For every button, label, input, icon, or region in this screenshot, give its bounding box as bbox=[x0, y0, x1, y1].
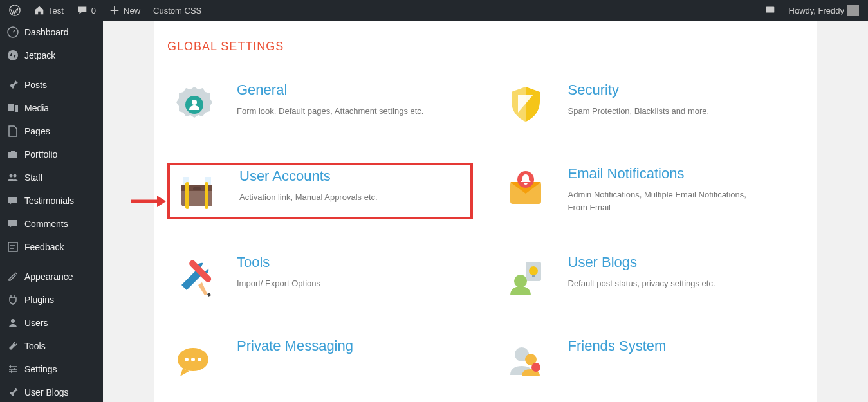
sidebar-label: Users bbox=[24, 318, 48, 328]
svg-rect-17 bbox=[185, 182, 189, 209]
sidebar-item-feedback[interactable]: Feedback bbox=[0, 235, 103, 259]
card-private-messaging[interactable]: Private Messaging bbox=[167, 335, 473, 387]
feedback-icon bbox=[6, 241, 19, 253]
sidebar-label: Media bbox=[24, 103, 49, 113]
settings-icon bbox=[6, 363, 19, 376]
svg-rect-19 bbox=[193, 187, 201, 190]
card-desc: Activation link, Manual Approvals etc. bbox=[239, 191, 378, 204]
comments-link[interactable]: 0 bbox=[73, 5, 100, 16]
card-user-blogs[interactable]: User Blogs Default post status, privacy … bbox=[499, 251, 804, 303]
sidebar-label: Settings bbox=[24, 364, 57, 374]
chat-icon bbox=[171, 338, 217, 384]
svg-point-26 bbox=[514, 275, 527, 288]
svg-point-33 bbox=[531, 363, 540, 372]
site-link[interactable]: Test bbox=[30, 5, 68, 16]
sidebar-label: Appearance bbox=[24, 271, 73, 282]
card-title: Friends System bbox=[568, 338, 667, 354]
mail-bell-icon bbox=[503, 165, 549, 212]
jetpack-icon bbox=[6, 49, 19, 62]
sidebar-item-posts[interactable]: Posts bbox=[0, 73, 103, 96]
sidebar-label: Dashboard bbox=[24, 27, 69, 37]
svg-point-24 bbox=[529, 266, 538, 275]
sidebar-item-settings[interactable]: Settings bbox=[0, 358, 103, 381]
sidebar-label: Staff bbox=[24, 172, 43, 183]
comment-icon bbox=[77, 5, 88, 16]
page-title: GLOBAL SETTINGS bbox=[167, 40, 804, 53]
card-friends-system[interactable]: Friends System bbox=[499, 335, 804, 387]
svg-rect-18 bbox=[205, 182, 208, 209]
sidebar-label: User Blogs bbox=[24, 387, 68, 397]
portfolio-icon bbox=[6, 148, 19, 161]
sidebar-item-testimonials[interactable]: Testimonials bbox=[0, 189, 103, 212]
card-title: Tools bbox=[237, 254, 320, 271]
howdy-text: Howdy, Freddy bbox=[789, 6, 844, 15]
gear-icon bbox=[171, 82, 217, 128]
card-desc: Admin Notifications, Multiple Email Noti… bbox=[568, 188, 761, 214]
sidebar-item-tools[interactable]: Tools bbox=[0, 334, 103, 358]
plus-icon bbox=[109, 5, 120, 16]
sidebar-label: Jetpack bbox=[24, 50, 55, 60]
sidebar-item-portfolio[interactable]: Portfolio bbox=[0, 143, 103, 166]
briefcase-icon bbox=[174, 168, 220, 214]
sidebar-item-userblogs[interactable]: User Blogs bbox=[0, 381, 103, 402]
sidebar-item-users[interactable]: Users bbox=[0, 311, 103, 334]
page-icon bbox=[6, 125, 19, 138]
card-title: Email Notifications bbox=[568, 165, 761, 182]
sidebar-label: Feedback bbox=[24, 242, 64, 252]
friends-icon bbox=[503, 338, 549, 384]
admin-bar: Test 0 New Custom CSS Howdy, Freddy bbox=[0, 0, 868, 21]
comments-icon bbox=[6, 217, 19, 230]
pin-icon bbox=[6, 386, 19, 399]
sidebar-item-pages[interactable]: Pages bbox=[0, 120, 103, 143]
groups-icon bbox=[6, 171, 19, 184]
wp-logo[interactable] bbox=[5, 5, 24, 16]
notifications[interactable] bbox=[761, 5, 780, 16]
admin-sidebar: Dashboard Jetpack Posts Media Pages Port… bbox=[0, 21, 103, 402]
new-link[interactable]: New bbox=[105, 5, 144, 16]
sidebar-label: Plugins bbox=[24, 295, 54, 305]
sidebar-item-dashboard[interactable]: Dashboard bbox=[0, 21, 103, 44]
svg-point-4 bbox=[10, 174, 13, 178]
testimonial-icon bbox=[6, 194, 19, 207]
sidebar-label: Testimonials bbox=[24, 196, 74, 206]
card-desc: Default post status, privacy settings et… bbox=[568, 277, 716, 290]
sidebar-item-staff[interactable]: Staff bbox=[0, 166, 103, 189]
sidebar-item-plugins[interactable]: Plugins bbox=[0, 288, 103, 311]
card-title: User Blogs bbox=[568, 254, 716, 271]
svg-point-12 bbox=[192, 100, 197, 105]
svg-point-28 bbox=[185, 358, 189, 361]
card-tools[interactable]: Tools Import/ Export Options bbox=[167, 251, 473, 303]
pin-icon bbox=[6, 78, 19, 91]
content-area: GLOBAL SETTINGS General Form look, Defau… bbox=[103, 21, 868, 402]
media-icon bbox=[6, 102, 19, 114]
svg-point-3 bbox=[8, 50, 18, 60]
dashboard-icon bbox=[6, 26, 19, 39]
card-title: General bbox=[237, 82, 423, 98]
card-email-notifications[interactable]: Email Notifications Admin Notifications,… bbox=[499, 163, 804, 219]
avatar bbox=[847, 5, 859, 16]
sidebar-label: Comments bbox=[24, 219, 68, 229]
card-desc: Form look, Default pages, Attachment set… bbox=[237, 105, 423, 118]
card-general[interactable]: General Form look, Default pages, Attach… bbox=[167, 79, 473, 131]
card-title: Private Messaging bbox=[237, 338, 353, 354]
comment-count: 0 bbox=[91, 6, 96, 15]
settings-cards: General Form look, Default pages, Attach… bbox=[167, 79, 804, 387]
sidebar-item-jetpack[interactable]: Jetpack bbox=[0, 44, 103, 67]
new-label: New bbox=[124, 6, 140, 15]
shield-icon bbox=[503, 82, 549, 128]
custom-css-label: Custom CSS bbox=[153, 6, 201, 15]
sidebar-label: Posts bbox=[24, 80, 47, 90]
card-desc: Import/ Export Options bbox=[237, 277, 320, 290]
custom-css-link[interactable]: Custom CSS bbox=[149, 6, 205, 15]
sidebar-item-media[interactable]: Media bbox=[0, 96, 103, 120]
sidebar-item-comments[interactable]: Comments bbox=[0, 212, 103, 235]
settings-panel: GLOBAL SETTINGS General Form look, Defau… bbox=[154, 21, 817, 402]
sidebar-label: Tools bbox=[24, 341, 46, 351]
sidebar-item-appearance[interactable]: Appearance bbox=[0, 265, 103, 288]
card-title: User Accounts bbox=[239, 168, 378, 185]
card-security[interactable]: Security Spam Protection, Blacklists and… bbox=[499, 79, 804, 131]
card-user-accounts[interactable]: User Accounts Activation link, Manual Ap… bbox=[167, 163, 473, 219]
wordpress-icon bbox=[9, 5, 21, 16]
svg-rect-1 bbox=[766, 7, 774, 13]
account-link[interactable]: Howdy, Freddy bbox=[785, 5, 863, 16]
